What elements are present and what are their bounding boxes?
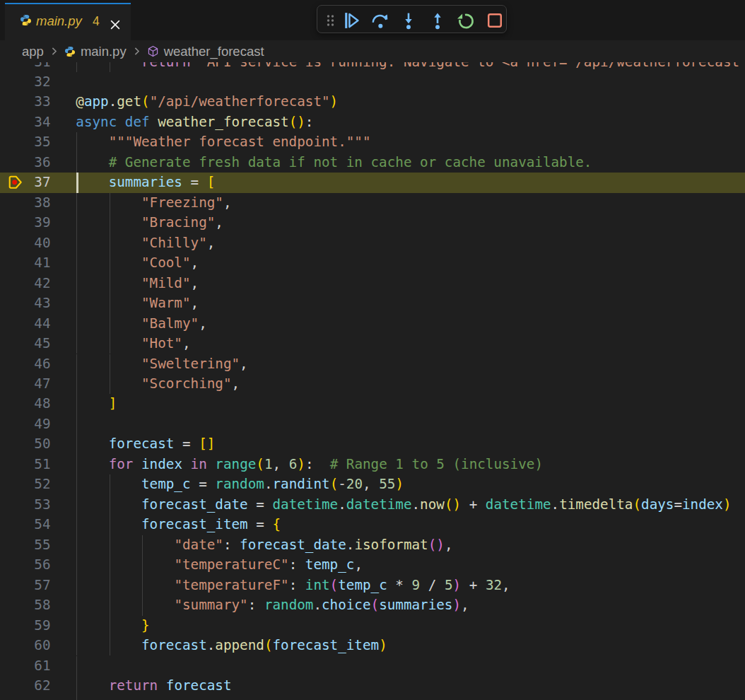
line-number: 35: [0, 132, 51, 152]
code-line-40[interactable]: 40 "Chilly",: [0, 233, 745, 253]
active-tab-top-border: [5, 3, 131, 4]
code-line-35[interactable]: 35 """Weather forecast endpoint.""": [0, 132, 745, 152]
line-number: 31: [0, 62, 51, 72]
code-line-50[interactable]: 50 forecast = []: [0, 434, 745, 454]
debug-toolbar-drag-handle-icon[interactable]: [326, 13, 335, 28]
code-line-60[interactable]: 60 forecast.append(forecast_item): [0, 636, 745, 655]
tab-main-py[interactable]: main.py 4: [5, 3, 131, 40]
python-icon: [20, 14, 32, 29]
debug-restart-icon[interactable]: [457, 11, 475, 30]
code-line-56[interactable]: 56 "temperatureC": temp_c,: [0, 555, 745, 575]
line-number: 38: [0, 193, 51, 213]
text-cursor: [76, 173, 78, 193]
code-line-38[interactable]: 38 "Freezing",: [0, 193, 745, 213]
vscode-window: main.py 4: [0, 0, 745, 700]
code-line-57[interactable]: 57 "temperatureF": int(temp_c * 9 / 5) +…: [0, 576, 745, 595]
debug-toolbar: [317, 5, 507, 33]
code-line-54[interactable]: 54 forecast_item = {: [0, 515, 745, 535]
code-text: forecast_date = datetime.datetime.now() …: [76, 495, 731, 515]
code-text: for index in range(1, 6): # Range 1 to 5…: [76, 455, 543, 474]
close-icon[interactable]: [109, 18, 122, 31]
code-text: temp_c = random.randint(-20, 55): [76, 474, 404, 494]
code-line-48[interactable]: 48 ]: [0, 394, 745, 414]
code-text: "Balmy",: [76, 314, 206, 334]
breakpoint-current-line-icon[interactable]: [8, 175, 23, 190]
code-line-37[interactable]: 37 summaries = [: [0, 173, 745, 192]
breadcrumb-item-symbol[interactable]: weather_forecast: [164, 44, 264, 59]
debug-step-out-icon[interactable]: [428, 11, 447, 30]
code-text: "Chilly",: [76, 233, 215, 253]
code-line-36[interactable]: 36 # Generate fresh data if not in cache…: [0, 153, 745, 173]
code-line-34[interactable]: 34async def weather_forecast():: [0, 112, 745, 132]
code-line-47[interactable]: 47 "Scorching",: [0, 374, 745, 394]
line-number: 44: [0, 314, 51, 334]
python-icon: [64, 46, 76, 57]
line-number: 40: [0, 233, 51, 253]
debug-step-into-icon[interactable]: [399, 11, 418, 30]
code-text: "Bracing",: [76, 213, 223, 233]
breadcrumb-item-app[interactable]: app: [22, 44, 44, 59]
code-line-45[interactable]: 45 "Hot",: [0, 334, 745, 354]
code-line-41[interactable]: 41 "Cool",: [0, 253, 745, 273]
code-text: ]: [76, 394, 117, 414]
code-text: "Scorching",: [76, 374, 240, 394]
code-line-31[interactable]: 31 return "API service is running. Navig…: [0, 62, 745, 72]
code-line-49[interactable]: 49: [0, 414, 745, 434]
code-line-61[interactable]: 61: [0, 656, 745, 676]
debug-continue-icon[interactable]: [342, 11, 360, 30]
debug-step-over-icon[interactable]: [371, 11, 389, 30]
chevron-right-icon: [48, 45, 60, 57]
tab-bar: main.py 4: [0, 0, 745, 40]
line-number: 34: [0, 112, 51, 132]
code-line-63[interactable]: [0, 696, 745, 700]
code-text: # Generate fresh data if not in cache or…: [76, 153, 592, 173]
line-number: 46: [0, 354, 51, 374]
line-number: 61: [0, 656, 51, 676]
code-line-44[interactable]: 44 "Balmy",: [0, 314, 745, 334]
code-line-62[interactable]: 62 return forecast: [0, 676, 745, 696]
code-text: forecast_item = {: [76, 515, 281, 535]
code-line-52[interactable]: 52 temp_c = random.randint(-20, 55): [0, 474, 745, 494]
line-number: 57: [0, 576, 51, 595]
code-text: forecast.append(forecast_item): [76, 636, 387, 655]
line-number: 53: [0, 495, 51, 515]
code-line-46[interactable]: 46 "Sweltering",: [0, 354, 745, 374]
code-line-33[interactable]: 33@app.get("/api/weatherforecast"): [0, 92, 745, 112]
line-number: 47: [0, 374, 51, 394]
code-text: "Mild",: [76, 274, 199, 293]
code-line-58[interactable]: 58 "summary": random.choice(summaries),: [0, 595, 745, 615]
code-line-42[interactable]: 42 "Mild",: [0, 274, 745, 293]
code-line-55[interactable]: 55 "date": forecast_date.isoformat(),: [0, 535, 745, 555]
line-number: 59: [0, 616, 51, 636]
code-line-51[interactable]: 51 for index in range(1, 6): # Range 1 t…: [0, 455, 745, 474]
breadcrumb-item-file[interactable]: main.py: [81, 44, 127, 59]
code-text: forecast = []: [76, 434, 215, 454]
code-text: "temperatureC": temp_c,: [76, 555, 363, 575]
chevron-right-icon: [131, 45, 143, 57]
code-text: "Warm",: [76, 293, 199, 313]
code-text: "Cool",: [76, 253, 199, 273]
code-text: return "API service is running. Navigate…: [76, 62, 745, 72]
code-text: return forecast: [76, 676, 231, 696]
code-line-43[interactable]: 43 "Warm",: [0, 293, 745, 313]
code-text: "Hot",: [76, 334, 190, 354]
code-text: summaries = [: [76, 173, 215, 192]
line-number: 60: [0, 636, 51, 655]
indent-guide: [76, 414, 77, 434]
code-line-59[interactable]: 59 }: [0, 616, 745, 636]
code-line-53[interactable]: 53 forecast_date = datetime.datetime.now…: [0, 495, 745, 515]
line-number: 56: [0, 555, 51, 575]
code-line-32[interactable]: 32: [0, 72, 745, 92]
code-text: async def weather_forecast():: [76, 112, 313, 132]
tab-problems-badge: 4: [93, 13, 100, 28]
code-line-39[interactable]: 39 "Bracing",: [0, 213, 745, 233]
code-text: "summary": random.choice(summaries),: [76, 595, 469, 615]
code-text: "temperatureF": int(temp_c * 9 / 5) + 32…: [76, 576, 510, 595]
debug-stop-icon[interactable]: [486, 11, 504, 30]
tab-file-name: main.py: [36, 13, 82, 29]
line-number: 45: [0, 334, 51, 354]
code-editor[interactable]: 31 return "API service is running. Navig…: [0, 62, 745, 700]
line-number: 54: [0, 515, 51, 535]
symbol-method-icon: [147, 45, 159, 57]
line-number: 41: [0, 253, 51, 273]
